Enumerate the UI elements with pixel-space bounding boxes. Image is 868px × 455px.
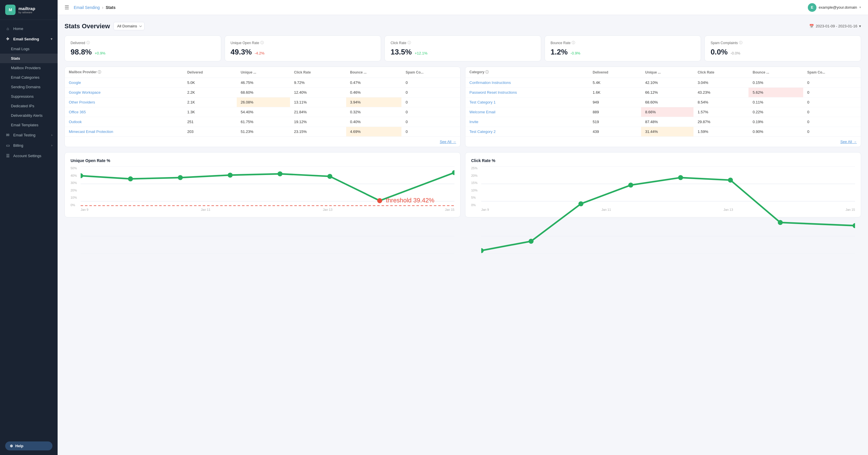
category-table-container-cell-3-5: 0 (803, 107, 861, 117)
category-table-container-link-5[interactable]: Test Category 2 (469, 130, 496, 134)
category-table-container-cell-4-1: 519 (589, 117, 641, 127)
sidebar-item-home[interactable]: ⌂ Home (0, 23, 58, 34)
metric-change-delivered: +0.9% (95, 51, 105, 55)
category-table-container-cell-3-3: 1.57% (693, 107, 748, 117)
metric-label-spam-complaints: Spam Complaints ⓘ (710, 40, 855, 45)
metric-info-icon-unique-open-rate[interactable]: ⓘ (260, 40, 264, 45)
sidebar-item-deliverability-alerts[interactable]: Deliverability Alerts (0, 111, 58, 120)
category-table-container-cell-4-2: 87.48% (641, 117, 693, 127)
category-table-container-link-3[interactable]: Welcome Email (469, 110, 495, 114)
category-table-container-link-4[interactable]: Invite (469, 120, 478, 124)
header-right: E example@your.domain ▾ (808, 3, 861, 12)
unique-open-rate-chart-area: 50%40%30%20%10%0% (70, 166, 455, 207)
category-table-container-cell-2-0: Test Category 1 (465, 97, 589, 107)
category-table-container-row-4: Invite51987.48%29.87%0.19%0 (465, 117, 861, 127)
metric-cards: Delivered ⓘ 98.8% +0.9% Unique Open Rate… (64, 35, 861, 61)
main: ☰ Email Sending › Stats E example@your.d… (58, 0, 868, 455)
sidebar-item-suppressions[interactable]: Suppressions (0, 92, 58, 101)
user-dropdown-icon[interactable]: ▾ (859, 5, 861, 9)
category-table-container-header-info-icon[interactable]: ⓘ (485, 70, 489, 74)
category-table-container-link-0[interactable]: Confirmation Instructions (469, 81, 511, 85)
metric-card-spam-complaints: Spam Complaints ⓘ 0.0% -0.0% (705, 35, 861, 61)
category-table-container-cell-5-5: 0 (803, 127, 861, 137)
metric-info-icon-spam-complaints[interactable]: ⓘ (739, 40, 742, 45)
category-table-container-see-all-link[interactable]: See All → (840, 140, 857, 144)
click-rate-chart-area: 25%20%15%10%5%0% (471, 166, 855, 207)
mailbox-table-container-cell-1-5: 0 (401, 88, 460, 97)
metric-value-row-spam-complaints: 0.0% -0.0% (710, 48, 855, 57)
mailbox-table-container-link-4[interactable]: Outlook (69, 120, 82, 124)
click-rate-svg (481, 166, 855, 254)
mailbox-table-container-header-info-icon[interactable]: ⓘ (97, 70, 101, 74)
help-button[interactable]: ⊕ Help (5, 442, 53, 450)
billing-chevron-icon: › (51, 144, 53, 147)
sidebar-nav: ⌂ Home ✈ Email Sending ▾ Email Logs Stat… (0, 20, 58, 437)
mailbox-table-container-cell-0-0: Google (65, 78, 183, 88)
mailbox-table-container-see-all: See All → (65, 136, 460, 147)
breadcrumb-parent[interactable]: Email Sending (74, 5, 100, 10)
metric-label-text-click-rate: Click Rate (391, 41, 406, 45)
sidebar-item-email-categories[interactable]: Email Categories (0, 73, 58, 82)
mailbox-table-container-link-3[interactable]: Office 365 (69, 110, 86, 114)
breadcrumb: Email Sending › Stats (74, 5, 116, 10)
sidebar-item-home-label: Home (13, 27, 23, 31)
mailbox-table-container-link-1[interactable]: Google Workspace (69, 90, 100, 94)
metric-change-bounce-rate: -0.9% (570, 51, 580, 55)
metric-label-delivered: Delivered ⓘ (70, 40, 215, 45)
category-table-container-cell-2-2: 68.60% (641, 97, 693, 107)
metric-info-icon-click-rate[interactable]: ⓘ (407, 40, 411, 45)
user-email[interactable]: example@your.domain (819, 5, 857, 9)
sidebar-item-email-sending[interactable]: ✈ Email Sending ▾ (0, 34, 58, 44)
mailbox-table-container-header-0: Mailbox Provider ⓘ (65, 67, 183, 78)
sidebar-item-billing[interactable]: ▭ Billing › (0, 140, 58, 150)
account-settings-icon: ☰ (5, 153, 10, 158)
sidebar: M mailtrap by railsware ⌂ Home ✈ Email S… (0, 0, 58, 455)
mailbox-table-container-cell-1-0: Google Workspace (65, 88, 183, 97)
date-range[interactable]: 📅 2023-01-09 - 2023-01-16 ▾ (809, 24, 861, 28)
mailbox-table-container-header-3: Click Rate (290, 67, 346, 78)
mailbox-table-container-link-5[interactable]: Mimecast Email Protection (69, 130, 113, 134)
sidebar-item-email-testing[interactable]: ✉ Email Testing › (0, 130, 58, 140)
logo-sub: by railsware (19, 11, 35, 14)
sidebar-item-dedicated-ips[interactable]: Dedicated IPs (0, 101, 58, 111)
charts-row: Unique Open Rate % 50%40%30%20%10%0% (64, 152, 861, 218)
domain-select[interactable]: All Domains (114, 22, 145, 30)
category-table-container-cell-0-5: 0 (803, 78, 861, 88)
category-table-container-link-2[interactable]: Test Category 1 (469, 100, 496, 104)
metric-value-row-click-rate: 13.5% +12.1% (391, 48, 535, 57)
sidebar-item-sending-domains[interactable]: Sending Domains (0, 82, 58, 92)
stats-title-row: Stats Overview All Domains (64, 22, 145, 30)
mailbox-table-container-cell-1-2: 68.60% (237, 88, 290, 97)
mailbox-table-container-link-0[interactable]: Google (69, 81, 81, 85)
sidebar-item-mailbox-providers[interactable]: Mailbox Providers (0, 63, 58, 73)
unique-open-rate-chart-title: Unique Open Rate % (70, 158, 455, 163)
metric-info-icon-delivered[interactable]: ⓘ (86, 40, 90, 45)
header: ☰ Email Sending › Stats E example@your.d… (58, 0, 868, 15)
mailbox-table-container-cell-4-4: 0.40% (346, 117, 402, 127)
hamburger-icon[interactable]: ☰ (64, 4, 69, 11)
mailbox-table-container-link-2[interactable]: Other Providers (69, 100, 95, 104)
svg-point-29 (852, 223, 855, 228)
category-table-container-cell-0-2: 42.10% (641, 78, 693, 88)
mailbox-table: Mailbox Provider ⓘDeliveredUnique ...Cli… (64, 66, 461, 147)
category-table-container-link-1[interactable]: Password Reset Instructions (469, 90, 517, 94)
date-range-value: 2023-01-09 - 2023-01-16 (815, 24, 857, 28)
sidebar-item-email-templates[interactable]: Email Templates (0, 120, 58, 130)
header-left: ☰ Email Sending › Stats (64, 4, 116, 11)
logo: M mailtrap by railsware (0, 0, 58, 20)
mailbox-table-container-header-5: Spam Co... (401, 67, 460, 78)
category-table-container-cell-1-5: 0 (803, 88, 861, 97)
mailbox-table-container-cell-3-4: 0.32% (346, 107, 402, 117)
home-icon: ⌂ (5, 26, 10, 31)
sidebar-item-stats[interactable]: Stats (0, 54, 58, 63)
mailbox-table-container-cell-4-0: Outlook (65, 117, 183, 127)
mailbox-table-container-see-all-link[interactable]: See All → (440, 140, 456, 144)
metric-info-icon-bounce-rate[interactable]: ⓘ (572, 40, 575, 45)
category-table-container-cell-1-1: 1.6K (589, 88, 641, 97)
category-table-container-cell-5-1: 439 (589, 127, 641, 137)
metric-change-spam-complaints: -0.0% (731, 51, 740, 55)
sidebar-item-account-settings[interactable]: ☰ Account Settings (0, 150, 58, 161)
category-table-container-cell-3-2: 8.66% (641, 107, 693, 117)
sidebar-item-email-logs[interactable]: Email Logs (0, 44, 58, 54)
metric-label-text-unique-open-rate: Unique Open Rate (231, 41, 259, 45)
